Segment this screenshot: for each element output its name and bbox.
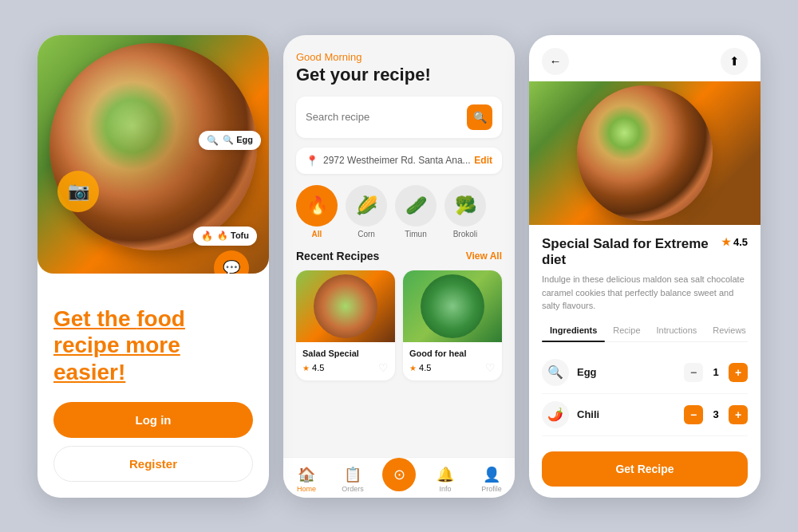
profile-icon: 👤 bbox=[483, 466, 500, 483]
home-body: Good Morning Get your recipe! 🔍 📍 2972 W… bbox=[283, 35, 515, 457]
egg-minus-button[interactable]: − bbox=[684, 363, 703, 382]
location-text: 2972 Westheimer Rd. Santa Ana... bbox=[323, 155, 474, 166]
recipe-name-2: Good for heal bbox=[409, 349, 496, 358]
category-brokoli[interactable]: 🥦 Brokoli bbox=[444, 185, 486, 238]
chili-qty: 3 bbox=[709, 408, 722, 420]
tab-ingredients[interactable]: Ingredients bbox=[542, 321, 605, 341]
recipe-info-1: Salad Special ★ 4.5 ♡ bbox=[296, 342, 395, 380]
category-all[interactable]: 🔥 All bbox=[296, 185, 338, 238]
recipe-bowl-2 bbox=[421, 274, 484, 338]
recipe-card-1[interactable]: Salad Special ★ 4.5 ♡ bbox=[296, 270, 395, 380]
chili-label: Chili bbox=[577, 408, 684, 420]
category-brokoli-icon: 🥦 bbox=[444, 185, 486, 227]
recipe-rating-1: ★ 4.5 ♡ bbox=[302, 361, 389, 374]
detail-header: ← ⬆ bbox=[529, 35, 760, 81]
egg-label: Egg bbox=[577, 366, 684, 378]
search-icon: 🔍 bbox=[207, 135, 219, 146]
orders-icon: 📋 bbox=[344, 466, 361, 483]
recipes-grid: Salad Special ★ 4.5 ♡ Good for heal bbox=[296, 270, 502, 380]
scan-button[interactable]: ⊙ bbox=[382, 458, 416, 491]
category-corn-icon: 🌽 bbox=[346, 185, 387, 227]
main-title: Get the food recipe more easier! bbox=[53, 305, 253, 386]
recipe-description: Indulge in these delicious maldon sea sa… bbox=[542, 273, 748, 313]
heart-icon-2[interactable]: ♡ bbox=[485, 361, 496, 374]
tab-instructions[interactable]: Intructions bbox=[649, 321, 705, 341]
nav-scan[interactable]: ⊙ bbox=[376, 466, 422, 493]
flame-icon: 🔥 bbox=[201, 231, 213, 242]
home-icon: 🏠 bbox=[298, 466, 315, 483]
rating-value: 4.5 bbox=[733, 236, 748, 248]
category-timun-icon: 🥒 bbox=[395, 185, 437, 227]
egg-icon: 🔍 bbox=[542, 359, 569, 386]
share-button[interactable]: ⬆ bbox=[721, 48, 748, 75]
category-all-icon: 🔥 bbox=[296, 185, 338, 227]
heart-icon-1[interactable]: ♡ bbox=[378, 361, 389, 374]
chili-qty-control: − 3 + bbox=[684, 405, 748, 424]
recipe-img-1 bbox=[296, 270, 395, 342]
recipe-name-1: Salad Special bbox=[302, 349, 389, 358]
screen-home: Good Morning Get your recipe! 🔍 📍 2972 W… bbox=[283, 35, 515, 498]
detail-image bbox=[529, 81, 760, 225]
detail-bowl bbox=[577, 85, 713, 221]
tofu-tag: 🔥 🔥 Tofu bbox=[193, 227, 257, 246]
nav-home[interactable]: 🏠 Home bbox=[283, 466, 330, 493]
category-corn[interactable]: 🌽 Corn bbox=[346, 185, 387, 238]
location-bar: 📍 2972 Westheimer Rd. Santa Ana... Edit bbox=[296, 148, 502, 174]
nav-orders[interactable]: 📋 Orders bbox=[330, 466, 376, 493]
tab-reviews[interactable]: Reviews bbox=[705, 321, 754, 341]
detail-tabs: Ingredients Recipe Intructions Reviews bbox=[542, 321, 748, 342]
scan-icon: ⊙ bbox=[393, 466, 405, 483]
recipe-img-2 bbox=[403, 270, 502, 342]
search-bar: 🔍 bbox=[296, 97, 502, 138]
nav-profile[interactable]: 👤 Profile bbox=[468, 466, 515, 493]
greeting-text: Good Morning bbox=[296, 51, 502, 63]
camera-icon: 📷 bbox=[68, 181, 89, 202]
nav-info[interactable]: 🔔 Info bbox=[422, 466, 468, 493]
location-edit-button[interactable]: Edit bbox=[474, 155, 492, 166]
egg-qty-control: − 1 + bbox=[684, 363, 748, 382]
recent-title: Recent Recipes bbox=[296, 250, 379, 262]
egg-qty: 1 bbox=[709, 366, 722, 378]
back-icon: ← bbox=[550, 54, 562, 68]
egg-tag: 🔍 🔍 Egg bbox=[199, 131, 261, 150]
search-icon: 🔍 bbox=[473, 111, 487, 124]
ingredient-egg: 🔍 Egg − 1 + bbox=[542, 352, 748, 394]
recipe-card-2[interactable]: Good for heal ★ 4.5 ♡ bbox=[403, 270, 502, 380]
home-title: Get your recipe! bbox=[296, 65, 502, 85]
login-button[interactable]: Log in bbox=[53, 402, 253, 438]
get-recipe-button[interactable]: Get Recipe bbox=[542, 451, 748, 487]
hero-image: 🔍 🔍 Egg 📷 🔥 🔥 Tofu 💬 bbox=[38, 35, 269, 274]
recipe-bowl-1 bbox=[314, 274, 377, 338]
view-all-button[interactable]: View All bbox=[466, 250, 502, 262]
star-icon: ★ bbox=[721, 236, 731, 248]
egg-plus-button[interactable]: + bbox=[729, 363, 748, 382]
search-button[interactable]: 🔍 bbox=[467, 104, 492, 130]
categories-row: 🔥 All 🌽 Corn 🥒 Timun bbox=[296, 185, 502, 238]
location-icon: 📍 bbox=[306, 155, 318, 167]
bell-icon: 🔔 bbox=[437, 466, 454, 483]
camera-button[interactable]: 📷 bbox=[57, 171, 99, 212]
recipe-detail-title: Special Salad for Extreme diet bbox=[542, 236, 721, 269]
bottom-nav: 🏠 Home 📋 Orders ⊙ 🔔 Info 👤 Profile bbox=[283, 457, 515, 498]
category-timun[interactable]: 🥒 Timun bbox=[395, 185, 437, 238]
chili-minus-button[interactable]: − bbox=[684, 405, 703, 424]
detail-info: Special Salad for Extreme diet ★ 4.5 Ind… bbox=[529, 225, 760, 441]
screen-welcome: 🔍 🔍 Egg 📷 🔥 🔥 Tofu 💬 Get the food recipe… bbox=[38, 35, 269, 498]
recent-header: Recent Recipes View All bbox=[296, 250, 502, 262]
chili-plus-button[interactable]: + bbox=[729, 405, 748, 424]
title-row: Special Salad for Extreme diet ★ 4.5 bbox=[542, 236, 748, 269]
chat-icon: 💬 bbox=[223, 259, 240, 274]
share-icon: ⬆ bbox=[729, 54, 740, 69]
tab-recipe[interactable]: Recipe bbox=[605, 321, 648, 341]
welcome-content: Get the food recipe more easier! Log in … bbox=[38, 274, 269, 498]
register-button[interactable]: Register bbox=[53, 446, 253, 482]
recipe-rating-2: ★ 4.5 ♡ bbox=[409, 361, 496, 374]
chat-button[interactable]: 💬 bbox=[214, 250, 249, 274]
screen-detail: ← ⬆ Special Salad for Extreme diet ★ 4.5… bbox=[529, 35, 760, 498]
back-button[interactable]: ← bbox=[542, 48, 569, 75]
detail-rating: ★ 4.5 bbox=[721, 236, 748, 248]
ingredient-chili: 🌶️ Chili − 3 + bbox=[542, 394, 748, 436]
recipe-info-2: Good for heal ★ 4.5 ♡ bbox=[403, 342, 502, 380]
chili-icon: 🌶️ bbox=[542, 401, 569, 428]
search-input[interactable] bbox=[306, 111, 467, 123]
